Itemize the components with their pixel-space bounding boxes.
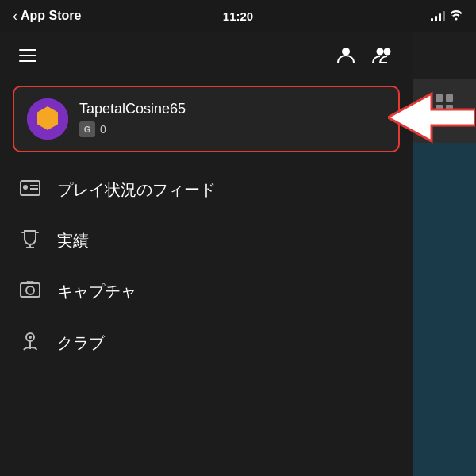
avatar bbox=[27, 98, 68, 140]
trophy-icon-svg bbox=[21, 229, 39, 248]
gamerscore-value: 0 bbox=[100, 123, 106, 136]
clubs-label: クラブ bbox=[57, 332, 105, 354]
avatar-hexagon-icon bbox=[27, 98, 68, 140]
profile-card-wrapper: TapetalCosine65 G 0 bbox=[13, 86, 400, 152]
achievements-label: 実績 bbox=[57, 230, 89, 251]
group-button[interactable] bbox=[368, 40, 400, 71]
wifi-icon bbox=[449, 10, 463, 23]
side-panel: TapetalCosine65 G 0 bbox=[0, 32, 413, 476]
menu-list: プレイ状況のフィード 実績 bbox=[0, 165, 413, 370]
content-wrapper: TapetalCosine65 G 0 bbox=[0, 32, 476, 476]
back-label: App Store bbox=[21, 9, 81, 23]
svg-rect-18 bbox=[436, 105, 443, 112]
signal-area bbox=[431, 10, 463, 23]
grid-icon: す bbox=[435, 94, 454, 129]
status-bar: ‹ App Store 11:20 bbox=[0, 0, 476, 32]
svg-rect-17 bbox=[446, 94, 453, 102]
profile-username: TapetalCosine65 bbox=[79, 101, 186, 117]
hamburger-line-3 bbox=[19, 60, 36, 62]
feed-icon-svg bbox=[20, 179, 40, 197]
feed-label: プレイ状況のフィード bbox=[57, 179, 216, 201]
right-panel-top bbox=[413, 32, 476, 79]
capture-label: キャプチャ bbox=[57, 281, 136, 302]
trophy-icon bbox=[19, 229, 41, 252]
svg-rect-16 bbox=[436, 94, 443, 102]
menu-item-feed[interactable]: プレイ状況のフィード bbox=[0, 165, 413, 215]
hamburger-line-2 bbox=[19, 55, 36, 56]
right-panel: す bbox=[413, 32, 476, 476]
svg-point-2 bbox=[384, 48, 391, 56]
menu-item-clubs[interactable]: クラブ bbox=[0, 317, 413, 370]
capture-icon-svg bbox=[20, 281, 40, 298]
profile-card[interactable]: TapetalCosine65 G 0 bbox=[13, 86, 400, 152]
group-icon bbox=[372, 45, 396, 66]
gamerscore-row: G 0 bbox=[79, 121, 186, 137]
right-panel-mid: す bbox=[413, 79, 476, 143]
nav-bar bbox=[0, 32, 413, 79]
clock: 11:20 bbox=[223, 10, 253, 23]
profile-info: TapetalCosine65 G 0 bbox=[79, 101, 186, 137]
svg-point-15 bbox=[29, 336, 32, 339]
svg-rect-19 bbox=[446, 105, 453, 112]
signal-bars-icon bbox=[431, 10, 445, 21]
hamburger-menu-button[interactable] bbox=[13, 43, 43, 68]
svg-point-0 bbox=[342, 48, 350, 56]
capture-icon bbox=[19, 281, 41, 302]
club-icon-svg bbox=[21, 331, 39, 351]
right-panel-bottom bbox=[413, 143, 476, 476]
back-chevron-icon: ‹ bbox=[13, 8, 17, 25]
person-icon bbox=[336, 45, 356, 66]
gamerscore-badge: G bbox=[79, 121, 95, 137]
feed-icon bbox=[19, 179, 41, 201]
club-icon bbox=[19, 331, 41, 355]
menu-item-capture[interactable]: キャプチャ bbox=[0, 267, 413, 317]
friends-button[interactable] bbox=[330, 40, 362, 71]
back-navigation[interactable]: ‹ App Store bbox=[13, 8, 431, 25]
hamburger-line-1 bbox=[19, 49, 36, 51]
svg-point-13 bbox=[26, 286, 34, 294]
svg-point-7 bbox=[23, 185, 28, 190]
svg-point-1 bbox=[377, 48, 384, 56]
menu-item-achievements[interactable]: 実績 bbox=[0, 215, 413, 267]
grid-label: す bbox=[435, 117, 454, 129]
